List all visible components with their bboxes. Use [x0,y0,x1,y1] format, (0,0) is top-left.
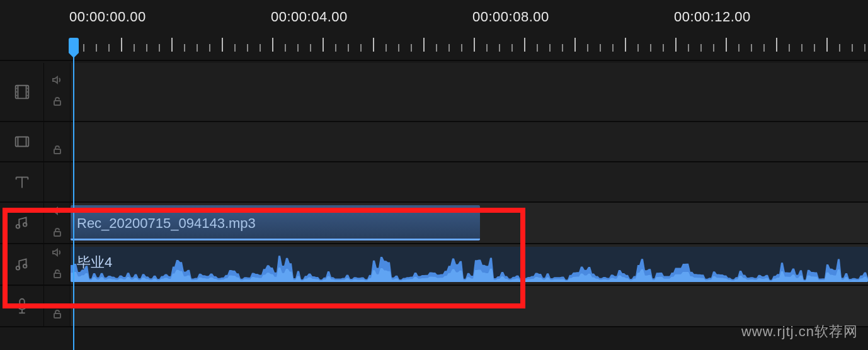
track-content[interactable]: Rec_20200715_094143.mp3 [71,203,868,243]
track-content[interactable]: 毕业4 [71,244,868,285]
track-content[interactable] [71,286,868,326]
track-video-1 [0,63,868,122]
music-track-icon [0,244,44,285]
playhead-handle[interactable] [69,38,79,53]
svg-rect-27 [54,313,60,318]
mute-icon[interactable] [51,205,64,220]
audio-track-icon [0,203,44,243]
time-ruler[interactable]: 00:00:00.0000:00:04.0000:00:08.0000:00:1… [0,0,868,63]
svg-point-6 [26,88,28,89]
svg-point-3 [16,88,17,89]
overlay-track-icon [0,122,44,161]
lock-icon[interactable] [51,268,64,283]
tracks-area: Rec_20200715_094143.mp3 毕业4 [0,63,868,350]
svg-point-4 [16,91,17,93]
clip-label: Rec_20200715_094143.mp3 [77,215,256,232]
ruler-label: 00:00:00.00 [69,9,146,25]
playhead-line [73,54,74,350]
lock-icon[interactable] [51,95,64,110]
lock-icon[interactable] [51,308,64,323]
svg-rect-9 [54,101,60,105]
track-content[interactable] [71,63,868,121]
mute-icon[interactable] [51,74,64,89]
waveform [71,256,868,282]
lock-icon[interactable] [51,226,64,241]
track-audio-2: 毕业4 [0,244,868,286]
clip-label: 毕业4 [77,253,112,272]
track-content[interactable] [71,162,868,201]
track-video-2 [0,122,868,162]
audio-clip-1[interactable]: Rec_20200715_094143.mp3 [71,205,480,240]
svg-rect-20 [54,232,60,236]
mic-track-icon [0,286,44,326]
lock-icon[interactable] [51,144,64,159]
ruler-label: 00:00:12.00 [674,9,751,25]
svg-point-19 [23,223,26,227]
track-audio-1: Rec_20200715_094143.mp3 [0,203,868,244]
video-track-icon [0,63,44,121]
mute-icon[interactable] [51,246,64,261]
svg-point-7 [26,91,28,93]
svg-point-18 [16,225,20,229]
watermark-text: www.rjtj.cn软荐网 [741,322,858,341]
svg-point-5 [16,95,17,96]
ruler-label: 00:00:04.00 [271,9,348,25]
svg-rect-23 [54,273,60,278]
text-track-icon [0,162,44,201]
track-text [0,162,868,203]
track-content[interactable] [71,122,868,161]
svg-rect-13 [54,149,60,154]
svg-rect-24 [20,299,25,307]
timeline-panel: 00:00:00.0000:00:04.0000:00:08.0000:00:1… [0,0,868,350]
svg-point-8 [26,95,28,96]
audio-clip-2[interactable]: 毕业4 [71,247,868,282]
ruler-label: 00:00:08.00 [472,9,549,25]
svg-point-22 [23,264,26,268]
svg-point-21 [16,266,20,270]
track-mic [0,286,868,327]
